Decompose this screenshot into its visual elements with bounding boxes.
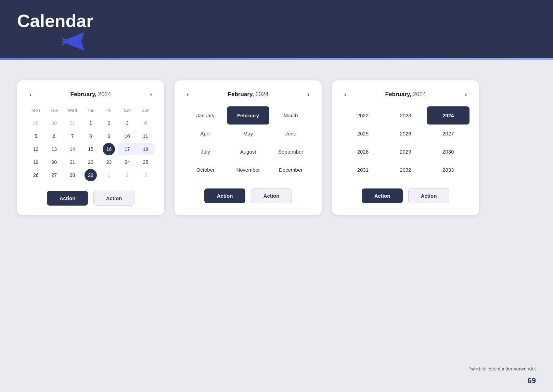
day-cell[interactable]: 20	[45, 156, 63, 168]
day-cell[interactable]: 2	[100, 117, 118, 129]
month-june[interactable]: June	[269, 125, 312, 143]
day-cell[interactable]: 26	[27, 169, 45, 181]
calendar3-header: ‹ February, 2024 ›	[342, 90, 470, 99]
year-calendar-card: ‹ February, 2024 › 2022 2023 2024 2025 2…	[332, 80, 479, 215]
year-2022[interactable]: 2022	[342, 106, 384, 125]
calendar3-year: 2024	[413, 91, 426, 97]
day-cell[interactable]: 2	[118, 169, 136, 181]
calendar1-next-btn[interactable]: ›	[147, 90, 155, 99]
calendar1-footer: Action Action	[27, 191, 155, 206]
calendar2-prev-btn[interactable]: ‹	[184, 90, 191, 99]
year-2033[interactable]: 2033	[427, 161, 470, 179]
day-16-selected[interactable]: 16	[103, 143, 115, 155]
day-cell[interactable]: 25	[137, 156, 155, 168]
year-2025[interactable]: 2025	[342, 125, 384, 143]
month-november[interactable]: November	[227, 161, 270, 179]
weekday-sat: Sat	[118, 106, 136, 114]
month-october[interactable]: October	[184, 161, 227, 179]
month-may[interactable]: May	[227, 125, 270, 143]
day-cell[interactable]: 3	[137, 169, 155, 181]
month-december[interactable]: December	[269, 161, 312, 179]
calendar3-footer: Action Action	[342, 188, 470, 203]
chevron-right-icon: ›	[150, 91, 152, 97]
day-cell[interactable]: 9	[100, 130, 118, 142]
day-cell[interactable]: 30	[45, 117, 63, 129]
month-april[interactable]: April	[184, 125, 227, 143]
calendar2-action-secondary[interactable]: Action	[251, 188, 292, 203]
day-29-selected[interactable]: 29	[85, 169, 97, 181]
weekday-thu: Thu	[81, 106, 100, 114]
calendar2-next-btn[interactable]: ›	[305, 90, 312, 99]
weekday-tue: Tue	[45, 106, 63, 114]
calendar2-month: February,	[228, 91, 254, 97]
day-cell-selected[interactable]: 16	[100, 143, 118, 155]
calendar2-header: ‹ February, 2024 ›	[184, 90, 312, 99]
month-march[interactable]: March	[269, 106, 312, 125]
cards-row: ‹ February, 2024 › Mon Tue Wed Thu Fri S…	[17, 80, 536, 215]
day-cell[interactable]: 27	[45, 169, 63, 181]
day-cell[interactable]: 6	[45, 130, 63, 142]
calendar2-year: 2024	[256, 91, 269, 97]
day-cell[interactable]: 11	[137, 130, 155, 142]
weekday-sun: Sun	[137, 106, 155, 114]
day-cell[interactable]: 29	[27, 117, 45, 129]
year-2026[interactable]: 2026	[384, 125, 427, 143]
day-cell[interactable]: 12	[27, 143, 45, 155]
day-calendar-card: ‹ February, 2024 › Mon Tue Wed Thu Fri S…	[17, 80, 164, 215]
day-cell[interactable]: 8	[81, 130, 100, 142]
airplane-icon	[58, 28, 89, 56]
year-grid: 2022 2023 2024 2025 2026 2027 2028 2029 …	[342, 106, 470, 179]
year-2030[interactable]: 2030	[427, 143, 470, 161]
day-cell[interactable]: 10	[118, 130, 136, 142]
day-cell[interactable]: 19	[27, 156, 45, 168]
year-2028[interactable]: 2028	[342, 143, 384, 161]
year-2032[interactable]: 2032	[384, 161, 427, 179]
day-cell[interactable]: 24	[118, 156, 136, 168]
calendar3-action-secondary[interactable]: Action	[408, 188, 449, 203]
page-title: Calendar	[17, 10, 536, 31]
calendar2-action-primary[interactable]: Action	[204, 188, 245, 203]
calendar1-action-primary[interactable]: Action	[47, 191, 88, 206]
month-january[interactable]: January	[184, 106, 227, 125]
chevron-left-icon: ‹	[344, 91, 346, 97]
day-cell[interactable]: 1	[100, 169, 118, 181]
calendar3-month: February,	[385, 91, 411, 97]
calendar1-days: 29 30 31 1 2 3 4 5 6 7 8 9 10 11 12	[27, 117, 155, 181]
day-cell[interactable]: 7	[63, 130, 81, 142]
year-2027[interactable]: 2027	[427, 125, 470, 143]
day-cell[interactable]: 21	[63, 156, 81, 168]
calendar3-action-primary[interactable]: Action	[362, 188, 403, 203]
calendar1-action-secondary[interactable]: Action	[93, 191, 134, 206]
day-cell[interactable]: 1	[81, 117, 100, 129]
month-february[interactable]: February	[227, 106, 270, 125]
year-2024[interactable]: 2024	[427, 106, 470, 125]
day-cell[interactable]: 17	[118, 143, 136, 155]
month-july[interactable]: July	[184, 143, 227, 161]
day-cell[interactable]: 28	[63, 169, 81, 181]
day-cell[interactable]: 22	[81, 156, 100, 168]
calendar3-prev-btn[interactable]: ‹	[342, 90, 349, 99]
day-cell[interactable]: 4	[137, 117, 155, 129]
month-calendar-card: ‹ February, 2024 › January February Marc…	[175, 80, 322, 215]
month-august[interactable]: August	[227, 143, 270, 161]
calendar1-title: February, 2024	[70, 91, 111, 98]
page-number: 69	[528, 376, 536, 385]
day-cell[interactable]: 14	[63, 143, 81, 155]
calendar3-next-btn[interactable]: ›	[462, 90, 470, 99]
day-cell[interactable]: 3	[118, 117, 136, 129]
year-2029[interactable]: 2029	[384, 143, 427, 161]
year-2023[interactable]: 2023	[384, 106, 427, 125]
weekday-fri: Fri	[100, 106, 118, 114]
day-cell[interactable]: 13	[45, 143, 63, 155]
day-cell[interactable]: 18	[137, 143, 155, 155]
month-september[interactable]: September	[269, 143, 312, 161]
calendar1-prev-btn[interactable]: ‹	[27, 90, 34, 99]
day-cell[interactable]: 15	[81, 143, 100, 155]
day-cell[interactable]: 23	[100, 156, 118, 168]
day-cell[interactable]: 5	[27, 130, 45, 142]
day-cell-selected2[interactable]: 29	[81, 169, 100, 181]
year-2031[interactable]: 2031	[342, 161, 384, 179]
day-cell[interactable]: 31	[63, 117, 81, 129]
chevron-left-icon: ‹	[29, 91, 31, 97]
page-header: Calendar	[0, 0, 553, 60]
